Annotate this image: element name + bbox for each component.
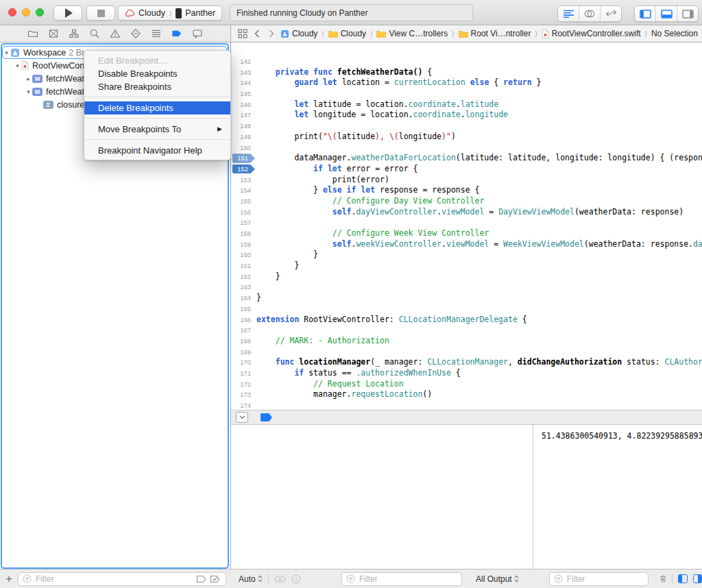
line-number-gutter[interactable]: 169	[231, 347, 256, 358]
line-number-gutter[interactable]: 164	[231, 293, 256, 304]
breakpoints-enabled-toggle[interactable]	[261, 413, 272, 421]
toggle-debug-area-button[interactable]	[655, 6, 677, 21]
find-navigator-button[interactable]	[89, 28, 100, 39]
line-number-gutter[interactable]: 160	[231, 249, 256, 260]
line-number-gutter[interactable]: 149	[231, 132, 256, 143]
close-window-button[interactable]	[8, 8, 16, 16]
run-button[interactable]	[53, 5, 82, 21]
line-number-gutter[interactable]: 158	[231, 228, 256, 239]
console-filter-field[interactable]	[549, 572, 649, 586]
line-number-gutter[interactable]: 174	[231, 400, 256, 410]
toggle-console-button[interactable]	[693, 574, 702, 583]
line-number-gutter[interactable]: 152	[231, 164, 256, 175]
disclosure-triangle-icon[interactable]: ▾	[14, 62, 21, 69]
line-number-gutter[interactable]: 147	[231, 110, 256, 121]
console-output[interactable]: 51.4386300540913, 4.82239295885893	[533, 425, 702, 569]
line-number-gutter[interactable]: 145	[231, 88, 256, 99]
code-line: 161 }	[231, 260, 702, 271]
line-number-gutter[interactable]: 155	[231, 196, 256, 207]
menu-item-share-breakpoints[interactable]: Share Breakpoints	[84, 80, 230, 93]
breadcrumb-selection[interactable]: No Selection	[651, 29, 698, 38]
menu-item-disable-breakpoints[interactable]: Disable Breakpoints	[84, 67, 230, 80]
info-icon[interactable]	[291, 574, 301, 584]
stop-button[interactable]	[86, 5, 115, 21]
line-number-gutter[interactable]: 168	[231, 336, 256, 347]
chevron-right-icon: 〉	[169, 9, 171, 17]
breadcrumb-file[interactable]: RootViewController.swift	[542, 29, 641, 38]
source-control-navigator-button[interactable]	[48, 28, 59, 39]
code-text: } else if let response = response {	[256, 185, 479, 196]
toggle-variables-view-button[interactable]	[678, 574, 687, 583]
issue-navigator-button[interactable]	[110, 28, 121, 39]
destination-name: Panther	[185, 8, 215, 18]
line-number-gutter[interactable]: 153	[231, 175, 256, 186]
variables-filter-field[interactable]	[341, 572, 462, 586]
menu-item-breakpoint-navigator-help[interactable]: Breakpoint Navigator Help	[84, 144, 230, 157]
breadcrumb-project[interactable]: Cloudy	[280, 29, 317, 38]
go-back-button[interactable]	[252, 28, 263, 39]
line-number-gutter[interactable]: 144	[231, 77, 256, 88]
assistant-editor-button[interactable]	[579, 6, 600, 21]
filter-input[interactable]	[358, 574, 457, 585]
line-number-gutter[interactable]: 159	[231, 239, 256, 250]
project-navigator-button[interactable]	[27, 28, 38, 39]
hide-debug-area-button[interactable]	[236, 412, 248, 423]
disclosure-triangle-icon[interactable]: ▾	[25, 88, 32, 95]
breadcrumb-group-cloudy[interactable]: Cloudy	[328, 29, 366, 38]
toggle-navigator-button[interactable]	[635, 6, 655, 21]
minimize-window-button[interactable]	[22, 8, 30, 16]
standard-editor-button[interactable]	[558, 6, 579, 21]
filter-input[interactable]	[566, 574, 644, 585]
go-forward-button[interactable]	[266, 28, 277, 39]
breakpoint-navigator-button[interactable]	[171, 28, 182, 39]
console-output-selector[interactable]: All Output	[476, 574, 519, 584]
line-number-gutter[interactable]: 165	[231, 304, 256, 315]
line-number-gutter[interactable]: 151	[231, 153, 256, 164]
report-navigator-button[interactable]	[192, 28, 203, 39]
disclosure-triangle-icon[interactable]: ▸	[25, 75, 32, 82]
toggle-inspectors-button[interactable]	[677, 6, 698, 21]
line-number-gutter[interactable]: 157	[231, 217, 256, 228]
breadcrumb-group-root-view-controller[interactable]: Root Vi…ntroller	[459, 29, 531, 38]
line-number-gutter[interactable]: 154	[231, 185, 256, 196]
line-number-gutter[interactable]: 161	[231, 260, 256, 271]
line-number-gutter[interactable]: 173	[231, 389, 256, 400]
line-number-gutter[interactable]: 162	[231, 271, 256, 282]
related-items-button[interactable]	[237, 28, 248, 39]
add-breakpoint-button[interactable]: +	[4, 573, 14, 585]
symbol-navigator-button[interactable]	[69, 28, 80, 39]
navigator-panel-icon	[640, 10, 651, 19]
line-number-gutter[interactable]: 171	[231, 368, 256, 379]
version-editor-button[interactable]	[600, 6, 621, 21]
source-editor[interactable]: 142143 private func fetchWeatherData() {…	[231, 42, 702, 410]
code-text: self.weekViewController.viewModel = Week…	[256, 239, 702, 250]
zoom-window-button[interactable]	[36, 8, 44, 16]
line-number-gutter[interactable]: 146	[231, 99, 256, 110]
line-number-gutter[interactable]: 156	[231, 207, 256, 218]
breadcrumb-group-view-controllers[interactable]: View C…trollers	[376, 29, 448, 38]
breakpoint-marker[interactable]: 151	[232, 154, 255, 163]
line-number-gutter[interactable]: 142	[231, 56, 256, 67]
line-number-gutter[interactable]: 150	[231, 143, 256, 154]
line-number-gutter[interactable]: 166	[231, 315, 256, 326]
breakpoint-filter-field[interactable]	[18, 572, 226, 586]
quicklook-eye-icon[interactable]	[274, 575, 286, 583]
disclosure-triangle-icon[interactable]: ▾	[3, 49, 10, 56]
debug-navigator-button[interactable]	[151, 28, 162, 39]
line-number-gutter[interactable]: 163	[231, 282, 256, 293]
line-number-gutter[interactable]: 170	[231, 357, 256, 368]
scheme-selector[interactable]: Cloudy 〉 Panther	[118, 5, 222, 21]
line-number-gutter[interactable]: 148	[231, 121, 256, 132]
line-number-gutter[interactable]: 172	[231, 379, 256, 390]
variables-scope-selector[interactable]: Auto	[239, 574, 263, 584]
filter-input[interactable]	[34, 574, 193, 585]
menu-item-delete-breakpoints[interactable]: Delete Breakpoints	[84, 101, 230, 114]
chevron-down-icon	[239, 415, 245, 419]
breakpoint-marker[interactable]: 152	[232, 164, 255, 174]
line-number-gutter[interactable]: 167	[231, 325, 256, 336]
menu-item-move-breakpoints-to[interactable]: Move Breakpoints To▶	[84, 123, 230, 136]
variables-view[interactable]	[231, 425, 533, 569]
test-navigator-button[interactable]	[130, 28, 141, 39]
clear-console-trash-icon[interactable]	[659, 574, 667, 584]
line-number-gutter[interactable]: 143	[231, 67, 256, 78]
